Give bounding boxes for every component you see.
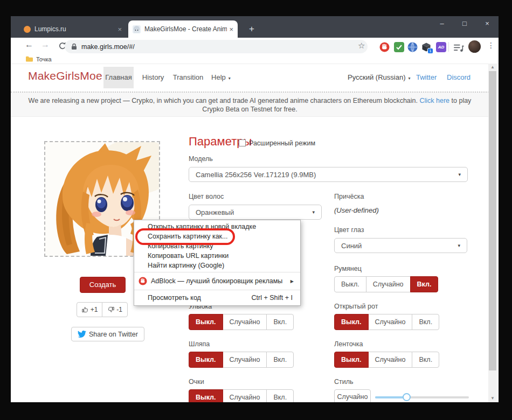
smile-off-button[interactable]: Выкл. <box>189 314 223 330</box>
blush-toggle-group: Выкл. Случайно Вкл. <box>334 276 438 292</box>
bookmark-star-icon[interactable]: ☆ <box>358 41 365 51</box>
share-twitter-button[interactable]: Share on Twitter <box>71 327 144 341</box>
toolbar-separator <box>448 42 449 52</box>
create-button[interactable]: Создать <box>80 277 126 293</box>
style-random-button[interactable]: Случайно <box>334 389 371 402</box>
thumbs-down-button[interactable]: -1 <box>102 302 128 317</box>
open-mouth-on-button[interactable]: Вкл. <box>412 314 439 330</box>
hat-random-button[interactable]: Случайно <box>223 352 267 368</box>
menu-inspect[interactable]: Просмотреть код Ctrl + Shift + I <box>134 292 300 304</box>
bookmark-tochka[interactable]: Точка <box>36 56 52 62</box>
lumpics-favicon-icon <box>24 26 31 33</box>
eye-color-select[interactable]: Синий▾ <box>334 238 467 253</box>
inspect-shortcut: Ctrl + Shift + I <box>252 294 293 302</box>
hairstyle-label: Причёска <box>334 193 364 200</box>
forward-button[interactable]: → <box>39 40 52 50</box>
twitter-link[interactable]: Twitter <box>416 67 437 88</box>
discord-link[interactable]: Discord <box>447 67 471 88</box>
thumbs-down-icon <box>107 306 115 313</box>
slider-thumb[interactable] <box>403 393 411 401</box>
open-mouth-random-button[interactable]: Случайно <box>368 314 413 330</box>
style-slider[interactable] <box>375 393 469 402</box>
advanced-mode-checkbox[interactable] <box>239 139 246 146</box>
ribbon-on-button[interactable]: Вкл. <box>412 352 439 368</box>
menu-separator <box>134 272 300 272</box>
window-controls: – □ × <box>431 16 499 31</box>
close-window-button[interactable]: × <box>476 16 499 31</box>
open-mouth-off-button[interactable]: Выкл. <box>334 314 369 330</box>
menu-search-image-google[interactable]: Найти картинку (Google) <box>134 261 300 270</box>
nav-transition[interactable]: Transition <box>171 67 205 88</box>
glasses-on-button[interactable]: Вкл. <box>266 389 294 402</box>
maximize-button[interactable]: □ <box>453 16 476 31</box>
hat-label: Шляпа <box>189 340 210 348</box>
folder-icon <box>26 56 33 62</box>
blush-off-button[interactable]: Выкл. <box>334 276 366 292</box>
tab-title: Lumpics.ru <box>34 25 115 33</box>
ribbon-toggle-group: Выкл. Случайно Вкл. <box>334 352 439 368</box>
thumbs-up-icon <box>81 306 89 313</box>
address-bar[interactable]: make.girls.moe/#/ <box>65 40 368 53</box>
back-button[interactable]: ← <box>23 40 36 50</box>
chevron-down-icon: ▾ <box>408 76 410 81</box>
hair-color-select[interactable]: Оранжевый▾ <box>189 205 322 220</box>
menu-adblock[interactable]: AdBlock — лучший блокировщик рекламы ▶ <box>134 274 300 288</box>
scrollbar-thumb[interactable] <box>489 71 496 370</box>
close-tab-icon[interactable]: × <box>117 25 122 33</box>
ad-extension-icon[interactable]: AD <box>436 42 446 52</box>
vote-buttons: +1 -1 <box>77 302 128 317</box>
ribbon-random-button[interactable]: Случайно <box>368 352 413 368</box>
glasses-random-button[interactable]: Случайно <box>223 389 267 402</box>
ribbon-off-button[interactable]: Выкл. <box>334 352 369 368</box>
twitter-bird-icon <box>78 331 86 338</box>
submenu-arrow-icon: ▶ <box>290 279 294 284</box>
tab-lumpics[interactable]: Lumpics.ru × <box>19 21 126 37</box>
model-label: Модель <box>189 155 213 163</box>
browser-window: Lumpics.ru × MakeGirlsMoe - Create Anime… <box>11 16 499 402</box>
globe-extension-icon[interactable] <box>407 42 418 52</box>
glasses-off-button[interactable]: Выкл. <box>189 389 223 402</box>
bookmarks-bar: Точка <box>11 54 499 64</box>
scroll-up-icon[interactable]: ▲ <box>488 64 497 71</box>
profile-avatar[interactable] <box>468 40 481 53</box>
smile-random-button[interactable]: Случайно <box>223 314 267 330</box>
checkmark-extension-icon[interactable] <box>394 42 404 52</box>
minimize-button[interactable]: – <box>431 16 453 31</box>
annotation-oval <box>135 228 235 245</box>
chrome-menu-icon[interactable]: ⋮ <box>487 41 495 50</box>
cube-extension-icon[interactable]: 1 <box>421 42 431 52</box>
adblock-extension-icon[interactable] <box>379 42 390 52</box>
smile-on-button[interactable]: Вкл. <box>266 314 294 330</box>
language-selector[interactable]: Русский (Russian)▾ <box>348 67 411 88</box>
blush-label: Румянец <box>334 265 362 272</box>
page-scrollbar[interactable]: ▲ ▼ <box>488 64 497 402</box>
tab-title: MakeGirlsMoe - Create Anime Ch <box>144 25 227 33</box>
site-logo[interactable]: MakeGirlsMoe <box>28 69 102 82</box>
glasses-label: Очки <box>189 378 204 386</box>
blush-on-button[interactable]: Вкл. <box>410 276 439 292</box>
hat-on-button[interactable]: Вкл. <box>266 352 294 368</box>
thumbs-up-button[interactable]: +1 <box>77 302 102 317</box>
banner-link[interactable]: Click here <box>419 97 449 104</box>
tab-makegirlsmoe[interactable]: MakeGirlsMoe - Create Anime Ch × <box>128 20 238 38</box>
chevron-down-icon: ▾ <box>458 243 460 248</box>
nav-glavnaya[interactable]: Главная <box>103 67 134 88</box>
close-tab-icon[interactable]: × <box>229 25 233 33</box>
nav-history[interactable]: History <box>140 67 166 88</box>
url-text[interactable]: make.girls.moe/#/ <box>81 43 135 51</box>
hat-toggle-group: Выкл. Случайно Вкл. <box>189 352 294 368</box>
adblock-icon <box>139 277 147 285</box>
scroll-down-icon[interactable]: ▼ <box>488 395 497 402</box>
menu-separator <box>134 290 300 290</box>
nav-help[interactable]: Help▾ <box>211 67 231 88</box>
smile-toggle-group: Выкл. Случайно Вкл. <box>189 314 294 330</box>
advanced-mode-label[interactable]: Расширенный режим <box>249 139 315 147</box>
playlist-icon[interactable] <box>454 43 464 53</box>
new-tab-button[interactable]: + <box>245 22 259 36</box>
glasses-toggle-group: Выкл. Случайно Вкл. <box>189 389 294 402</box>
menu-copy-image-url[interactable]: Копировать URL картинки <box>134 251 300 261</box>
model-select[interactable]: Camellia 256x256 Ver.171219 (9.9MB)▾ <box>189 167 468 182</box>
announcement-banner: We are releasing a new project — Crypko,… <box>11 92 489 117</box>
blush-random-button[interactable]: Случайно <box>366 276 411 292</box>
hat-off-button[interactable]: Выкл. <box>189 352 223 368</box>
